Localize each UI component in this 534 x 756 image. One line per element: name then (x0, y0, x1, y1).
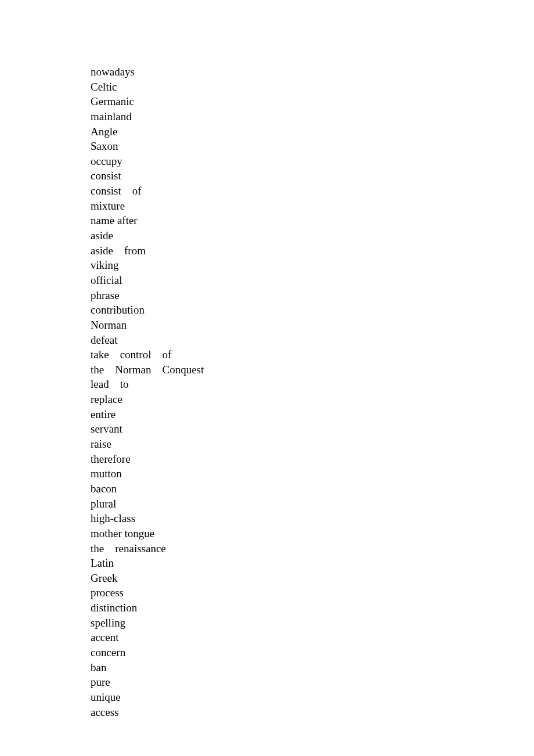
list-item: Latin (91, 556, 534, 571)
list-item: access (91, 705, 534, 720)
list-item: mainland (91, 109, 534, 124)
list-item: aside (91, 228, 534, 243)
list-item: the Norman Conquest (91, 362, 534, 377)
list-item: contribution (91, 303, 534, 318)
list-item: defeat (91, 333, 534, 348)
list-item: entire (91, 407, 534, 422)
list-item: name after (91, 213, 534, 228)
list-item: mutton (91, 466, 534, 481)
list-item: distinction (91, 600, 534, 615)
list-item: viking (91, 258, 534, 273)
list-item: occupy (91, 154, 534, 169)
list-item: lead to (91, 377, 534, 392)
list-item: consist of (91, 183, 534, 199)
list-item: Angle (91, 124, 534, 139)
list-item: mixture (91, 199, 534, 214)
list-item: bacon (91, 481, 534, 496)
list-item: servant (91, 422, 534, 437)
list-item: Celtic (91, 80, 534, 95)
list-item: replace (91, 392, 534, 407)
word-list: nowadays Celtic Germanic mainland Angle … (91, 64, 534, 719)
list-item: pure (91, 675, 534, 690)
list-item: unique (91, 690, 534, 705)
list-item: the renaissance (91, 541, 534, 556)
list-item: process (91, 585, 534, 600)
list-item: nowadays (91, 64, 534, 80)
list-item: raise (91, 437, 534, 452)
list-item: therefore (91, 452, 534, 467)
list-item: official (91, 273, 534, 288)
list-item: Norman (91, 318, 534, 333)
list-item: Saxon (91, 139, 534, 154)
list-item: ban (91, 660, 534, 675)
list-item: Germanic (91, 94, 534, 109)
list-item: high-class (91, 511, 534, 526)
list-item: accent (91, 630, 534, 645)
list-item: phrase (91, 288, 534, 303)
list-item: spelling (91, 615, 534, 631)
list-item: plural (91, 496, 534, 512)
list-item: concern (91, 645, 534, 660)
list-item: mother tongue (91, 526, 534, 541)
list-item: consist (91, 168, 534, 183)
list-item: Greek (91, 571, 534, 586)
list-item: aside from (91, 243, 534, 258)
list-item: take control of (91, 347, 534, 362)
